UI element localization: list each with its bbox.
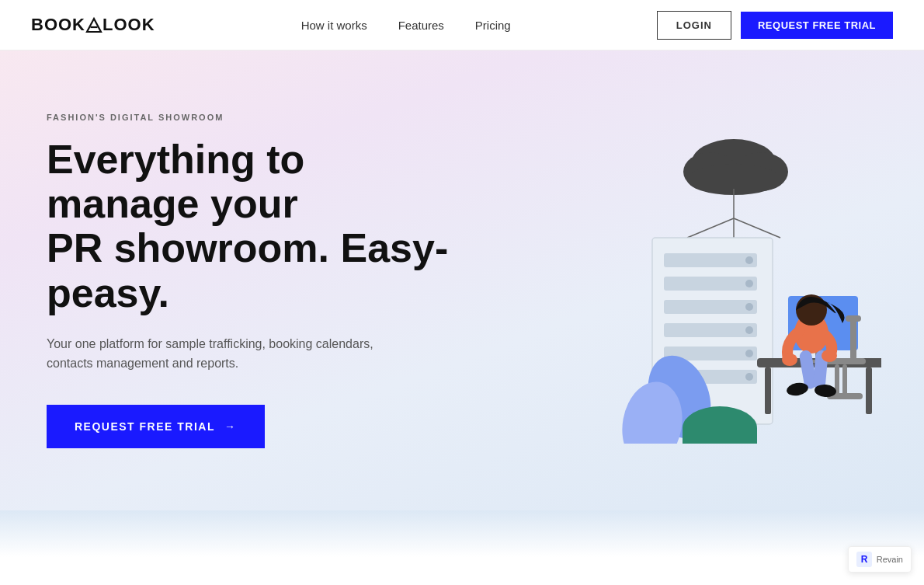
svg-marker-0 [87,19,101,32]
hero-trial-label: REQUEST FREE TRIAL [75,420,215,433]
nav-links: How it works Features Pricing [301,19,511,32]
svg-line-8 [734,218,780,238]
svg-point-46 [822,350,837,362]
hero-eyebrow: FASHION'S DIGITAL SHOWROOM [47,113,466,122]
svg-rect-11 [664,253,757,267]
svg-point-22 [745,373,753,381]
svg-point-19 [745,303,753,311]
svg-rect-37 [850,318,856,360]
hero-title-line1: Everything to manage your [47,137,304,226]
svg-point-17 [745,256,753,264]
svg-rect-29 [765,367,771,414]
navbar: BOOK LOOK How it works Features Pricing … [0,0,924,50]
svg-rect-14 [664,323,757,337]
hero-title: Everything to manage your PR showroom. E… [47,138,466,315]
hero-section: FASHION'S DIGITAL SHOWROOM Everything to… [0,50,924,510]
revain-badge[interactable]: R Revain [848,546,912,573]
svg-point-18 [745,280,753,287]
svg-rect-28 [866,367,872,414]
nav-pricing[interactable]: Pricing [475,19,511,32]
logo-text: BOOK [31,15,85,35]
revain-icon: R [856,552,872,567]
hero-title-line2: PR showroom. Easy-peasy. [47,225,448,315]
hero-content: FASHION'S DIGITAL SHOWROOM Everything to… [0,50,466,510]
svg-rect-12 [664,277,757,291]
brands-section: emanuel ungaro PARIS ANNA BOLLATI luisab… [0,557,924,585]
hero-svg [509,117,881,444]
svg-point-45 [782,353,797,366]
nav-trial-button[interactable]: REQUEST FREE TRIAL [741,12,893,39]
svg-point-20 [745,326,753,334]
svg-rect-26 [683,428,757,444]
revain-text: Revain [877,555,903,564]
svg-line-7 [687,218,734,238]
wave-divider [0,510,924,557]
logo-icon [85,16,102,33]
login-button[interactable]: LOGIN [657,11,731,40]
nav-actions: LOGIN REQUEST FREE TRIAL [657,11,893,40]
svg-rect-35 [842,364,847,395]
svg-rect-13 [664,300,757,314]
hero-subtitle: Your one platform for sample trafficking… [47,334,396,374]
svg-rect-38 [846,315,861,322]
logo-text-2: LOOK [102,15,155,35]
hero-trial-arrow: → [224,420,237,433]
hero-trial-button[interactable]: REQUEST FREE TRIAL → [47,405,265,448]
nav-how-it-works[interactable]: How it works [301,19,367,32]
nav-features[interactable]: Features [398,19,444,32]
svg-text:R: R [860,554,867,565]
hero-illustration [466,50,924,510]
svg-point-21 [745,350,753,357]
logo[interactable]: BOOK LOOK [31,15,155,35]
